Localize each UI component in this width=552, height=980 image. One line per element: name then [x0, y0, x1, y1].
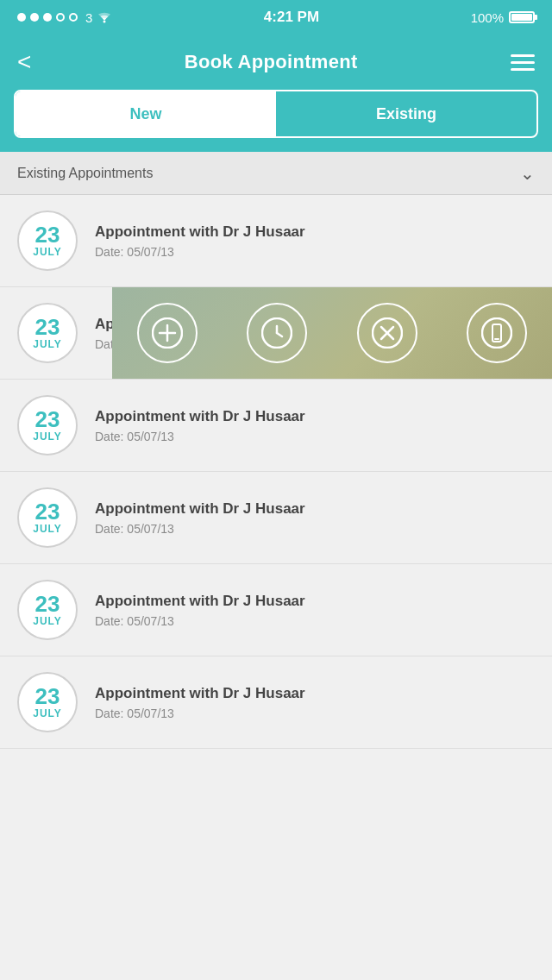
- appointment-info: Appointment with Dr J Husaar Date: 05/07…: [95, 685, 535, 720]
- list-item[interactable]: 23 JULY Appointment with Dr J Husaar Dat…: [0, 195, 552, 287]
- phone-icon: [481, 317, 512, 349]
- appointment-info: Appointment with Dr J Husaar Date: 05/07…: [95, 223, 535, 259]
- svg-line-6: [277, 333, 282, 336]
- swipe-actions-overlay: [112, 287, 552, 379]
- status-right: 100%: [471, 10, 535, 25]
- battery-percent: 100%: [471, 10, 504, 25]
- clock-icon: [261, 317, 292, 349]
- back-button[interactable]: <: [17, 50, 31, 74]
- list-item[interactable]: 23 JULY Appointment with Dr J Husaar Dat…: [0, 380, 552, 472]
- menu-line-1: [511, 54, 535, 57]
- menu-line-2: [511, 61, 535, 64]
- dot-5: [69, 13, 78, 22]
- menu-line-3: [511, 68, 535, 71]
- network-label: 3: [85, 10, 92, 25]
- cancel-action-button[interactable]: [357, 303, 417, 363]
- page-title: Book Appointment: [185, 51, 358, 73]
- appointment-date: Date: 05/07/13: [95, 245, 535, 259]
- date-number: 23: [35, 593, 60, 615]
- date-circle: 23 JULY: [17, 210, 78, 271]
- section-header[interactable]: Existing Appointments ⌄: [0, 152, 552, 195]
- svg-point-10: [482, 318, 511, 348]
- appointment-date: Date: 05/07/13: [95, 614, 535, 628]
- date-number: 23: [35, 316, 60, 338]
- app-header: < Book Appointment: [0, 35, 552, 90]
- date-circle: 23 JULY: [17, 487, 78, 548]
- list-item[interactable]: 23 JULY Appointment with Dr J Husaar Dat…: [0, 472, 552, 564]
- date-month: JULY: [33, 430, 62, 443]
- date-month: JULY: [33, 707, 62, 719]
- date-number: 23: [35, 500, 60, 523]
- list-item[interactable]: 23 JULY Appointment with Dr J Husaar Dat…: [0, 287, 552, 380]
- battery-fill: [511, 14, 532, 21]
- date-month: JULY: [33, 615, 62, 627]
- tab-container: New Existing: [0, 90, 552, 152]
- dot-4: [56, 13, 65, 22]
- tab-existing[interactable]: Existing: [276, 91, 536, 136]
- appointment-title: Appointment with Dr J Husaar: [95, 593, 535, 610]
- svg-point-0: [104, 21, 106, 23]
- date-number: 23: [35, 223, 60, 246]
- dot-1: [17, 13, 26, 22]
- date-circle: 23 JULY: [17, 672, 78, 732]
- date-month: JULY: [33, 338, 62, 350]
- appointment-title: Appointment with Dr J Husaar: [95, 500, 535, 518]
- appointment-date: Date: 05/07/13: [95, 430, 535, 443]
- menu-button[interactable]: [511, 54, 535, 71]
- x-icon: [372, 317, 403, 349]
- dot-2: [30, 13, 39, 22]
- plus-icon: [152, 317, 183, 349]
- date-number: 23: [35, 408, 60, 430]
- appointment-title: Appointment with Dr J Husaar: [95, 408, 535, 425]
- date-number: 23: [35, 685, 60, 707]
- date-circle: 23 JULY: [17, 580, 78, 640]
- appointment-info: Appointment with Dr J Husaar Date: 05/07…: [95, 593, 535, 628]
- tab-switcher: New Existing: [14, 90, 538, 138]
- status-time: 4:21 PM: [264, 9, 319, 26]
- appointment-title: Appointment with Dr J Husaar: [95, 223, 535, 241]
- appointments-list: 23 JULY Appointment with Dr J Husaar Dat…: [0, 195, 552, 749]
- phone-action-button[interactable]: [467, 303, 527, 363]
- appointment-title: Appointment with Dr J Husaar: [95, 685, 535, 702]
- battery-icon: [509, 11, 535, 23]
- section-header-label: Existing Appointments: [17, 166, 153, 181]
- date-circle: 23 JULY: [17, 395, 78, 455]
- add-action-button[interactable]: [137, 303, 198, 363]
- appointment-info: Appointment with Dr J Husaar Date: 05/07…: [95, 408, 535, 443]
- status-left: 3: [17, 10, 112, 25]
- tab-new[interactable]: New: [16, 91, 276, 136]
- date-month: JULY: [33, 523, 62, 535]
- wifi-icon: [97, 11, 112, 23]
- list-item[interactable]: 23 JULY Appointment with Dr J Husaar Dat…: [0, 564, 552, 656]
- date-circle: 23 JULY: [17, 303, 78, 363]
- appointment-info: Appointment with Dr J Husaar Date: 05/07…: [95, 500, 535, 536]
- dot-3: [43, 13, 52, 22]
- chevron-down-icon: ⌄: [520, 163, 535, 184]
- list-item[interactable]: 23 JULY Appointment with Dr J Husaar Dat…: [0, 656, 552, 749]
- appointment-date: Date: 05/07/13: [95, 707, 535, 720]
- appointment-date: Date: 05/07/13: [95, 522, 535, 536]
- status-bar: 3 4:21 PM 100%: [0, 0, 552, 35]
- time-action-button[interactable]: [247, 303, 307, 363]
- date-month: JULY: [33, 246, 62, 258]
